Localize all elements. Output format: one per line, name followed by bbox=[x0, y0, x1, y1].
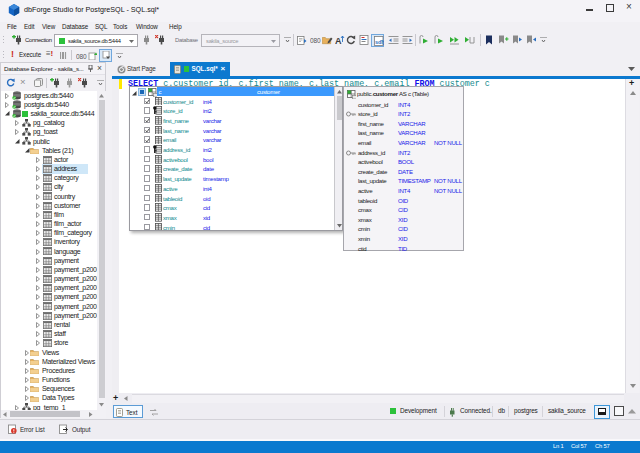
svg-text:080: 080 bbox=[76, 53, 87, 60]
svg-text:080: 080 bbox=[310, 37, 321, 44]
svg-text:A: A bbox=[335, 36, 342, 46]
svg-text:sɗɧ: sɗɧ bbox=[375, 38, 384, 44]
